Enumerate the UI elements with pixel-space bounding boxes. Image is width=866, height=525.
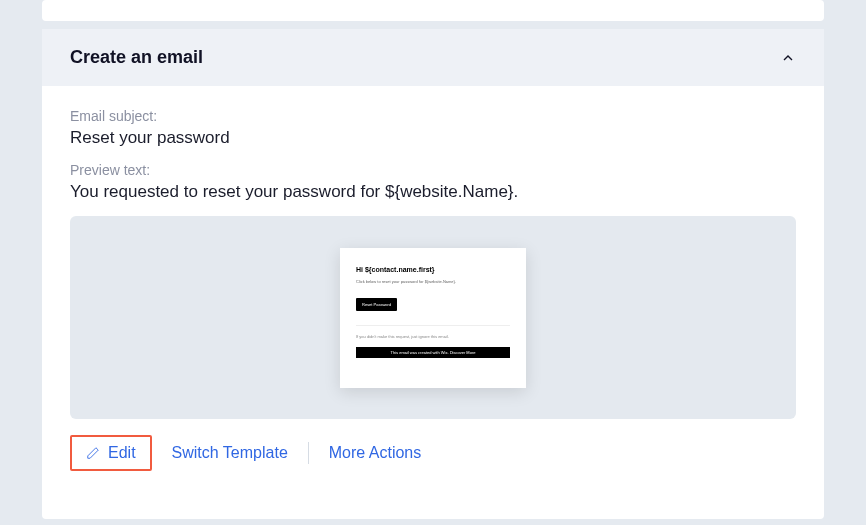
pencil-icon [86,446,100,460]
more-actions-button[interactable]: More Actions [329,444,421,462]
email-preview-area: Hi ${contact.name.first} Click below to … [70,216,796,419]
preview-greeting: Hi ${contact.name.first} [356,266,510,273]
panel-header[interactable]: Create an email [42,29,824,86]
actions-divider [308,442,309,464]
panel-title: Create an email [70,47,203,68]
switch-template-button[interactable]: Switch Template [172,444,288,462]
actions-row: Edit Switch Template More Actions [70,435,796,471]
subject-label: Email subject: [70,108,796,124]
subject-value: Reset your password [70,128,796,148]
chevron-up-icon [780,50,796,66]
preview-text-label: Preview text: [70,162,796,178]
create-email-panel: Create an email Email subject: Reset you… [42,29,824,519]
preview-footer: This email was created with Wix. Discove… [356,347,510,358]
preview-divider [356,325,510,326]
preview-reset-button: Reset Password [356,298,397,311]
edit-button-highlight: Edit [70,435,152,471]
preview-text-value: You requested to reset your password for… [70,182,796,202]
email-preview-thumbnail: Hi ${contact.name.first} Click below to … [340,248,526,388]
preview-body-line: Click below to reset your password for $… [356,279,510,284]
previous-step-card [42,0,824,21]
edit-button[interactable]: Edit [108,444,136,462]
preview-note: If you didn't make this request, just ig… [356,334,510,339]
panel-body: Email subject: Reset your password Previ… [42,86,824,493]
